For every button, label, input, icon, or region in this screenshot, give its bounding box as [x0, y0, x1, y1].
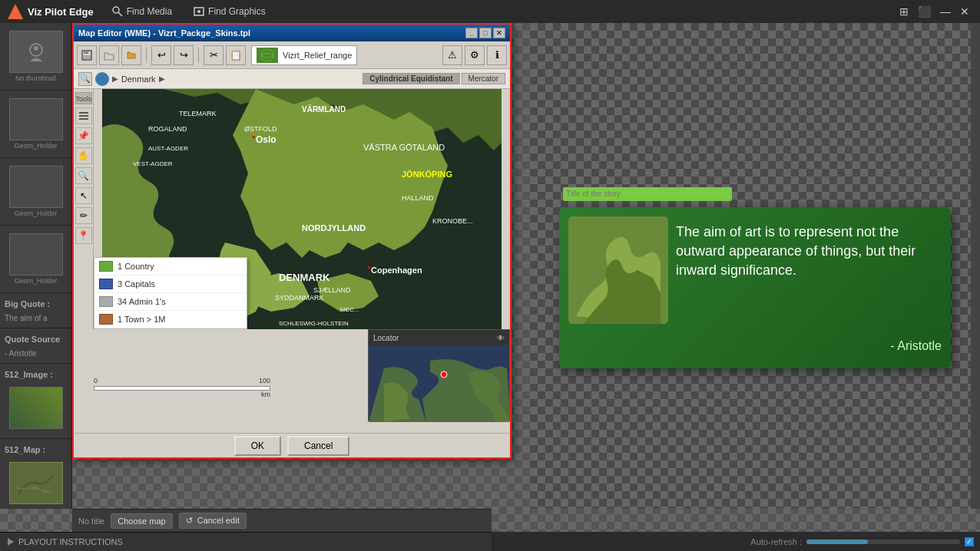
preview-panel: The aim of art is to represent not the o…	[530, 23, 980, 509]
story-title-input[interactable]	[563, 187, 732, 201]
layers-tool[interactable]	[75, 107, 92, 124]
quote-card-container: The aim of art is to represent not the o…	[559, 187, 951, 368]
undo-button[interactable]: ↩	[151, 45, 171, 65]
choose-map-button[interactable]: Choose map	[111, 513, 172, 529]
paste-button[interactable]: 📋	[226, 45, 246, 65]
find-media-button[interactable]: Find Media	[101, 0, 183, 23]
cut-button[interactable]: ✂	[204, 45, 223, 65]
folder-button[interactable]	[121, 45, 141, 65]
sidebar-512-image-item[interactable]	[0, 382, 71, 435]
mercator-projection-button[interactable]: Mercator	[462, 73, 505, 84]
sidebar-512-map-item[interactable]	[0, 457, 71, 509]
svg-text:●: ●	[252, 134, 256, 140]
tools-label: Tools	[75, 92, 92, 104]
ok-button[interactable]: OK	[234, 436, 281, 456]
search-icon	[112, 6, 123, 17]
map-tools-panel: Tools 📌 ✋ 🔍 ↖ ✏ 📍	[74, 89, 94, 329]
cancel-edit-button[interactable]: ↺ Cancel edit	[179, 513, 247, 529]
layer-item-capitals[interactable]: 3 Capitals	[94, 276, 247, 293]
map-preview-icon	[11, 464, 61, 503]
svg-rect-12	[79, 112, 88, 114]
map-info-widget: Vizrt_Relief_range	[251, 45, 357, 65]
folder-open-button[interactable]	[99, 45, 119, 65]
sidebar-group-geom3: Geom_Holder	[0, 226, 71, 293]
layers-icon	[78, 111, 89, 121]
minimize-button[interactable]: _	[465, 28, 478, 38]
maximize-button[interactable]: □	[479, 28, 492, 38]
playout-expand-icon[interactable]	[8, 538, 14, 546]
breadcrumb-denmark[interactable]: Denmark	[121, 74, 156, 84]
sidebar-group-bigquote: Big Quote : The aim of a	[0, 293, 71, 328]
layer-item-town[interactable]: 1 Town > 1M	[94, 311, 247, 328]
find-graphics-button[interactable]: Find Graphics	[183, 0, 276, 23]
info-button[interactable]: ℹ	[487, 45, 507, 65]
close-dialog-button[interactable]: ✕	[493, 28, 505, 38]
svg-text:SJÆLLAND: SJÆLLAND	[313, 286, 351, 294]
settings-button[interactable]: ⚙	[465, 45, 485, 65]
svg-text:DENMARK: DENMARK	[279, 272, 330, 283]
sidebar-item-geom3[interactable]: Geom_Holder	[0, 229, 71, 289]
locator-header: Locator 👁	[369, 330, 509, 345]
svg-point-5	[34, 46, 38, 51]
close-topbar-button[interactable]: ✕	[955, 2, 974, 21]
map-nav-search-button[interactable]: 🔍	[78, 72, 92, 86]
scale-bar: 0 100 km	[94, 377, 270, 398]
save-button[interactable]	[77, 45, 97, 65]
main-scrollbar[interactable]	[971, 23, 980, 509]
svg-point-0	[113, 7, 119, 13]
toolbar-right-icons: ⚠ ⚙ ℹ	[442, 45, 507, 65]
square-button[interactable]: ⬛	[913, 2, 935, 21]
layer-town-text: 1 Town > 1M	[118, 315, 165, 324]
layer-item-country[interactable]: 1 Country	[94, 258, 247, 276]
map-nav-globe-button[interactable]	[95, 72, 109, 86]
dashes-button[interactable]: —	[935, 2, 955, 21]
pan-tool[interactable]: ✋	[75, 147, 92, 164]
svg-text:NORDJYLLAND: NORDJYLLAND	[302, 223, 366, 233]
quote-text-area: The aim of art is to represent not the o…	[676, 216, 942, 359]
auto-refresh-checkbox[interactable]: ✓	[965, 537, 974, 546]
sidebar-group-512image: 512_Image :	[0, 364, 71, 439]
toolbar-sep-2	[198, 48, 199, 63]
svg-text:MEC...: MEC...	[340, 306, 359, 313]
sidebar-item-geom1[interactable]: Geom_Holder	[0, 94, 71, 154]
save-icon	[81, 50, 92, 61]
bottom-controls: No title Choose map ↺ Cancel edit	[72, 509, 492, 532]
app-name: Viz Pilot Edge	[28, 6, 94, 18]
thumbnail-placeholder	[9, 31, 63, 73]
quote-card: The aim of art is to represent not the o…	[559, 207, 951, 368]
sidebar-item-geom2[interactable]: Geom_Holder	[0, 161, 71, 222]
quote-content: The aim of art is to represent not the o…	[568, 216, 942, 359]
layer-country-text: 1 Country	[118, 262, 154, 271]
title-bar	[563, 187, 951, 201]
locator-close[interactable]: 👁	[497, 334, 505, 342]
no-title-label: No title	[78, 516, 104, 526]
zoom-minus-tool[interactable]: 🔍	[75, 167, 92, 184]
sidebar-big-quote-text[interactable]: The aim of a	[0, 312, 71, 325]
cancel-button[interactable]: Cancel	[287, 436, 349, 456]
geom-holder-1-label: Geom_Holder	[14, 142, 57, 150]
dialog-title-separator: -	[153, 28, 158, 38]
cylindrical-projection-button[interactable]: Cylindrical Equidistant	[363, 73, 459, 84]
image-thumb	[9, 387, 63, 429]
svg-text:JÖNKÖPING: JÖNKÖPING	[402, 170, 452, 179]
draw-tool[interactable]: ✏	[75, 207, 92, 224]
svg-rect-10	[257, 48, 278, 63]
layer-item-admin[interactable]: 34 Admin 1's	[94, 293, 247, 311]
window-icon-button[interactable]: ⊞	[895, 2, 913, 21]
alert-button[interactable]: ⚠	[442, 45, 462, 65]
progress-fill	[806, 539, 868, 544]
geom-holder-3-thumb	[9, 233, 63, 276]
redo-button[interactable]: ↪	[174, 45, 194, 65]
svg-text:SYDDANMARK: SYDDANMARK	[275, 294, 324, 302]
pin-tool[interactable]: 📌	[75, 127, 92, 144]
sidebar-item-no-thumbnail[interactable]: No thumbnail	[0, 26, 71, 87]
app-logo: Viz Pilot Edge	[0, 4, 101, 19]
quote-map-thumbnail	[568, 216, 668, 324]
svg-rect-13	[79, 115, 88, 117]
sidebar-512-image-label: 512_Image :	[0, 367, 71, 382]
marker-tool[interactable]: 📍	[75, 227, 92, 244]
sidebar-quote-source-text[interactable]: - Aristotle	[0, 347, 71, 360]
geom-holder-3-label: Geom_Holder	[14, 277, 57, 285]
pointer-tool[interactable]: ↖	[75, 187, 92, 204]
quote-attribution: - Aristotle	[676, 339, 942, 353]
